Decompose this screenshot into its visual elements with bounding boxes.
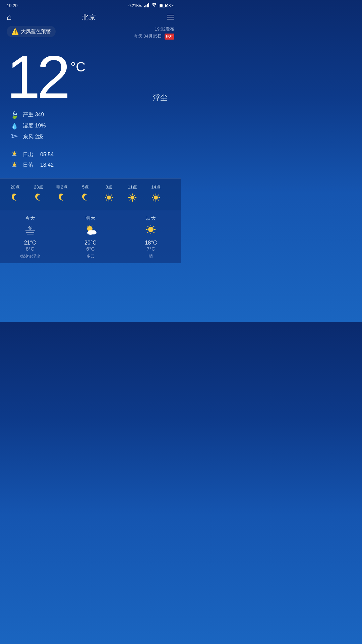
svg-line-16 (16, 163, 17, 163)
svg-line-28 (111, 199, 112, 200)
humidity-value: 湿度 19% (23, 122, 46, 129)
menu-line-3 (167, 19, 174, 19)
menu-line-1 (167, 15, 174, 15)
moon-icon (34, 193, 43, 205)
svg-line-65 (154, 226, 155, 227)
svg-point-38 (154, 196, 158, 200)
svg-point-20 (107, 196, 111, 200)
moon-icon (57, 193, 67, 205)
svg-line-34 (130, 195, 131, 196)
hourly-time: 明2点 (56, 184, 67, 190)
hourly-scroll[interactable]: 20点23点明2点5点8点11点14点 (0, 184, 181, 205)
svg-line-15 (12, 163, 13, 163)
svg-point-51 (29, 227, 31, 229)
hourly-item: 8点 (97, 184, 121, 205)
temperature-display: 12 °C (7, 50, 174, 104)
svg-line-54 (87, 226, 88, 227)
stat-row-humidity: 💧 湿度 19% (10, 122, 174, 130)
today-date: 今天 04月05日 HOT (134, 33, 174, 40)
svg-point-13 (13, 163, 16, 166)
svg-line-35 (134, 195, 135, 196)
svg-point-4 (154, 6, 155, 7)
daily-item: 明天 20°C 6°C 多云 (60, 210, 121, 263)
svg-line-25 (106, 195, 107, 196)
drop-icon: 💧 (10, 122, 19, 130)
weather-description: 浮尘 (153, 93, 168, 103)
battery-indicator: 48% (159, 3, 174, 8)
daily-low: 8°C (24, 246, 36, 252)
moon-icon (10, 193, 20, 205)
sunset-time: 18:42 (40, 162, 54, 168)
hazy-icon (23, 223, 37, 238)
svg-line-37 (134, 199, 135, 200)
warning-badge[interactable]: ⚠️ 大风蓝色预警 (7, 26, 56, 37)
wifi-icon (152, 3, 157, 8)
hourly-item: 11点 (121, 184, 144, 205)
hourly-item: 20点 (3, 184, 27, 205)
svg-line-8 (12, 152, 13, 152)
sun-icon (128, 193, 137, 205)
daily-desc: 多云 (86, 254, 95, 259)
status-time: 19:29 (7, 3, 18, 8)
svg-point-59 (148, 227, 154, 232)
warning-triangle-icon: ⚠️ (11, 28, 19, 35)
svg-line-43 (153, 195, 154, 196)
hourly-item: 明2点 (50, 184, 74, 205)
sun-section: 日出 05:54 日落 18:42 (0, 151, 181, 178)
svg-line-67 (154, 232, 155, 233)
sunrise-row: 日出 05:54 (10, 151, 174, 159)
hourly-item: 14点 (144, 184, 168, 205)
warning-bar: ⚠️ 大风蓝色预警 19:02发布 今天 04月05日 HOT (0, 26, 181, 43)
moon-icon (81, 193, 90, 205)
hot-badge: HOT (165, 34, 174, 40)
daily-item: 后天 18°C 7°C 晴 (121, 210, 181, 263)
sunny-icon (144, 223, 158, 238)
hourly-item: 5点 (74, 184, 97, 205)
sunrise-time: 05:54 (40, 152, 54, 158)
sunrise-icon (10, 151, 19, 159)
daily-low: 6°C (84, 246, 97, 252)
sun-icon (151, 193, 161, 205)
hourly-time: 5点 (82, 184, 89, 190)
city-title: 北京 (82, 13, 97, 22)
svg-rect-1 (145, 5, 146, 7)
daily-label: 明天 (85, 215, 96, 221)
header: ⌂ 北京 (0, 10, 181, 26)
svg-point-6 (13, 152, 16, 155)
daily-label: 后天 (146, 215, 156, 221)
warning-text: 大风蓝色预警 (21, 29, 51, 35)
svg-line-9 (16, 152, 17, 152)
hourly-forecast: 20点23点明2点5点8点11点14点 (0, 178, 181, 210)
wind-icon (10, 133, 19, 141)
stat-row-aqi: 🍃 严重 349 (10, 111, 174, 119)
home-icon[interactable]: ⌂ (7, 12, 12, 22)
warning-date: 19:02发布 今天 04月05日 HOT (134, 26, 174, 40)
sunrise-label: 日出 (23, 151, 34, 158)
svg-line-45 (153, 199, 154, 200)
daily-high: 18°C (145, 240, 157, 246)
hourly-time: 14点 (151, 184, 160, 190)
hourly-time: 8点 (106, 184, 112, 190)
hourly-item: 23点 (27, 184, 50, 205)
hourly-time: 23点 (34, 184, 43, 190)
menu-button[interactable] (167, 15, 174, 19)
wind-value: 东风 2级 (23, 133, 43, 141)
sunset-row: 日落 18:42 (10, 161, 174, 169)
temperature-section: 12 °C 浮尘 (0, 43, 181, 108)
menu-line-2 (167, 17, 174, 17)
partly-cloudy-icon (84, 223, 97, 238)
svg-point-58 (91, 231, 97, 234)
signal-icon (144, 3, 149, 8)
hourly-time: 20点 (10, 184, 19, 190)
publish-time: 19:02发布 (134, 26, 174, 33)
svg-line-55 (92, 226, 93, 227)
daily-high: 21°C (24, 240, 36, 246)
battery-percent: 48% (166, 3, 174, 8)
svg-marker-5 (12, 135, 17, 138)
daily-forecast: 今天 21°C 8°C 扬沙转浮尘明天 20°C 6°C 多云后天 (0, 210, 181, 263)
daily-label: 今天 (25, 215, 35, 221)
daily-item: 今天 21°C 8°C 扬沙转浮尘 (0, 210, 60, 263)
svg-rect-0 (144, 6, 145, 7)
svg-line-44 (158, 195, 159, 196)
sunset-label: 日落 (23, 162, 34, 169)
